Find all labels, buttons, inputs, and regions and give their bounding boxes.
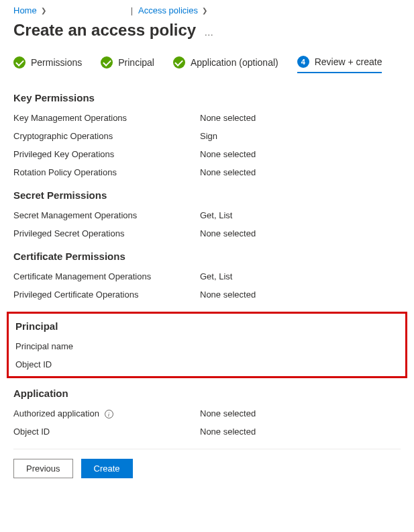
kv-val: None selected: [200, 427, 401, 437]
step-permissions[interactable]: Permissions: [13, 56, 82, 73]
kv-row: Object ID: [15, 359, 399, 369]
step-label: Permissions: [31, 57, 82, 68]
section-heading: Secret Permissions: [13, 189, 401, 201]
kv-val: None selected: [200, 113, 401, 123]
page-title-row: Create an access policy …: [13, 21, 401, 40]
section-heading: Key Permissions: [13, 92, 401, 103]
section-principal-highlight: Principal Principal name Object ID: [7, 312, 407, 378]
kv-row: Privileged Certificate Operations None s…: [13, 290, 401, 300]
kv-row: Privileged Secret Operations None select…: [13, 228, 401, 238]
kv-key: Privileged Key Operations: [13, 149, 200, 159]
kv-val: Get, List: [200, 271, 401, 281]
kv-val: [202, 359, 399, 369]
kv-val: Sign: [200, 131, 401, 141]
kv-key: Key Management Operations: [13, 113, 200, 123]
check-icon: [173, 56, 185, 69]
section-certificate-permissions: Certificate Permissions Certificate Mana…: [13, 251, 401, 300]
kv-key: Authorized application i: [13, 408, 200, 418]
section-heading: Principal: [15, 320, 399, 332]
kv-key: Secret Management Operations: [13, 210, 200, 220]
kv-row: Rotation Policy Operations None selected: [13, 167, 401, 177]
kv-val: None selected: [200, 408, 401, 418]
kv-row: Principal name: [15, 341, 399, 351]
section-application: Application Authorized application i Non…: [13, 388, 401, 437]
step-number-icon: 4: [297, 56, 309, 68]
kv-row: Cryptographic Operations Sign: [13, 131, 401, 141]
page-title: Create an access policy: [13, 21, 196, 40]
breadcrumb-access-policies[interactable]: Access policies: [138, 5, 198, 15]
chevron-right-icon: ❯: [41, 7, 46, 14]
kv-row: Certificate Management Operations Get, L…: [13, 271, 401, 281]
kv-key: Cryptographic Operations: [13, 131, 200, 141]
kv-key-text: Authorized application: [13, 408, 99, 418]
breadcrumb-home[interactable]: Home: [13, 5, 37, 15]
breadcrumb: Home ❯ | Access policies ❯: [13, 5, 401, 15]
section-heading: Certificate Permissions: [13, 251, 401, 262]
kv-val: [202, 341, 399, 351]
kv-row: Key Management Operations None selected: [13, 113, 401, 123]
kv-val: Get, List: [200, 210, 401, 220]
kv-row: Secret Management Operations Get, List: [13, 210, 401, 220]
kv-key: Privileged Secret Operations: [13, 228, 200, 238]
previous-button[interactable]: Previous: [13, 459, 73, 478]
kv-row: Object ID None selected: [13, 427, 401, 437]
section-secret-permissions: Secret Permissions Secret Management Ope…: [13, 189, 401, 238]
step-label: Principal: [118, 57, 154, 68]
create-button[interactable]: Create: [81, 459, 133, 478]
kv-val: None selected: [200, 228, 401, 238]
section-heading: Application: [13, 388, 401, 399]
kv-key: Rotation Policy Operations: [13, 167, 200, 177]
kv-key: Privileged Certificate Operations: [13, 290, 200, 300]
kv-key: Object ID: [15, 359, 202, 369]
step-application[interactable]: Application (optional): [173, 56, 278, 73]
section-key-permissions: Key Permissions Key Management Operation…: [13, 92, 401, 177]
step-label: Application (optional): [191, 57, 278, 68]
check-icon: [13, 56, 25, 69]
info-icon[interactable]: i: [105, 410, 113, 418]
kv-val: None selected: [200, 290, 401, 300]
kv-row: Privileged Key Operations None selected: [13, 149, 401, 159]
step-principal[interactable]: Principal: [101, 56, 154, 73]
kv-key: Object ID: [13, 427, 200, 437]
footer-separator: [13, 449, 401, 449]
footer-buttons: Previous Create: [13, 459, 401, 478]
kv-val: None selected: [200, 167, 401, 177]
wizard-steps: Permissions Principal Application (optio…: [13, 56, 401, 73]
kv-key: Principal name: [15, 341, 202, 351]
chevron-right-icon: ❯: [202, 7, 207, 14]
breadcrumb-divider: |: [131, 5, 133, 15]
kv-row: Authorized application i None selected: [13, 408, 401, 418]
step-label: Review + create: [315, 56, 382, 67]
step-review[interactable]: 4 Review + create: [297, 56, 382, 73]
kv-val: None selected: [200, 149, 401, 159]
kv-key: Certificate Management Operations: [13, 271, 200, 281]
more-actions-icon[interactable]: …: [204, 23, 214, 38]
check-icon: [101, 56, 113, 69]
